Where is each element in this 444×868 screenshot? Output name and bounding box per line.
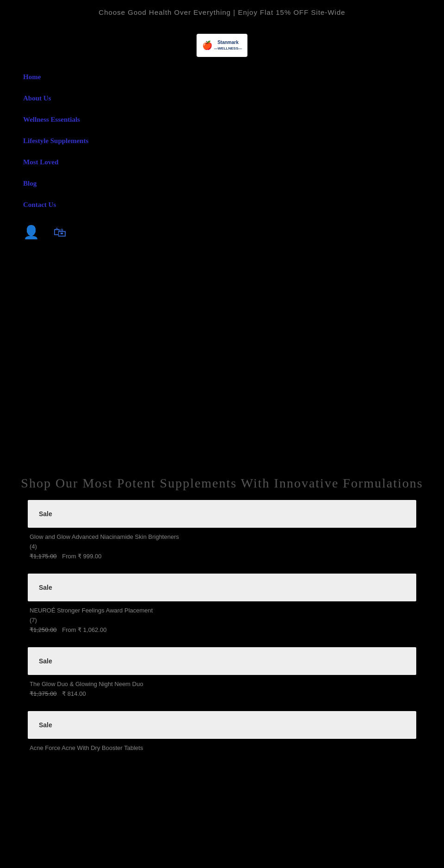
nav-link-wellness[interactable]: Wellness Essentials bbox=[23, 116, 80, 123]
sale-badge-3: Sale bbox=[39, 657, 52, 665]
price-from-label-2: From ₹ bbox=[62, 626, 81, 633]
product-image-3[interactable]: Sale bbox=[28, 647, 416, 675]
nav-item-most-loved[interactable]: Most Loved bbox=[23, 151, 421, 173]
top-banner: Choose Good Health Over Everything | Enj… bbox=[0, 0, 444, 25]
nav-item-home[interactable]: Home bbox=[23, 66, 421, 87]
nav-icons-row: 👤 🛍 bbox=[0, 220, 444, 249]
product-image-2[interactable]: Sale bbox=[28, 574, 416, 601]
product-price-3: ₹1,375.00 ₹ 814.00 bbox=[30, 690, 414, 697]
product-info-1: Glow and Glow Advanced Niacinamide Skin … bbox=[28, 528, 416, 560]
price-original-3: ₹1,375.00 bbox=[30, 690, 57, 697]
nav-link-contact[interactable]: Contact Us bbox=[23, 201, 56, 208]
product-info-4: Acne Force Acne With Dry Booster Tablets bbox=[28, 739, 416, 751]
price-sale-1: 999.00 bbox=[83, 553, 102, 560]
product-name-1: Glow and Glow Advanced Niacinamide Skin … bbox=[30, 533, 414, 540]
logo-area: Stanmark—WELLNESS— bbox=[0, 25, 444, 62]
product-price-2: ₹1,250.00 From ₹ 1,062.00 bbox=[30, 626, 414, 633]
product-name-4: Acne Force Acne With Dry Booster Tablets bbox=[30, 744, 414, 751]
product-info-3: The Glow Duo & Glowing Night Neem Duo ₹1… bbox=[28, 675, 416, 697]
price-sale-2: 1,062.00 bbox=[83, 626, 107, 633]
cart-icon[interactable]: 🛍 bbox=[53, 225, 66, 240]
product-name-3: The Glow Duo & Glowing Night Neem Duo bbox=[30, 681, 414, 687]
product-card-4: Sale Acne Force Acne With Dry Booster Ta… bbox=[28, 711, 416, 751]
sale-badge-4: Sale bbox=[39, 721, 52, 729]
nav-item-wellness[interactable]: Wellness Essentials bbox=[23, 109, 421, 130]
nav-link-about[interactable]: About Us bbox=[23, 94, 51, 102]
product-card-3: Sale The Glow Duo & Glowing Night Neem D… bbox=[28, 647, 416, 697]
product-rating-1: (4) bbox=[30, 543, 414, 550]
nav-item-blog[interactable]: Blog bbox=[23, 173, 421, 194]
products-area: Sale Glow and Glow Advanced Niacinamide … bbox=[0, 500, 444, 784]
nav-link-blog[interactable]: Blog bbox=[23, 180, 37, 187]
product-price-1: ₹1,175.00 From ₹ 999.00 bbox=[30, 553, 414, 560]
section-heading: Shop Our Most Potent Supplements With In… bbox=[0, 462, 444, 500]
hero-area bbox=[0, 249, 444, 462]
product-info-2: NEUROÉ Stronger Feelings Award Placement… bbox=[28, 601, 416, 633]
banner-text: Choose Good Health Over Everything | Enj… bbox=[99, 8, 345, 16]
nav-link-lifestyle[interactable]: Lifestyle Supplements bbox=[23, 137, 88, 144]
product-card-1: Sale Glow and Glow Advanced Niacinamide … bbox=[28, 500, 416, 560]
nav-item-about[interactable]: About Us bbox=[23, 87, 421, 109]
product-image-4[interactable]: Sale bbox=[28, 711, 416, 739]
main-nav: Home About Us Wellness Essentials Lifest… bbox=[0, 62, 444, 220]
product-card-2: Sale NEUROÉ Stronger Feelings Award Plac… bbox=[28, 574, 416, 633]
logo-text: Stanmark—WELLNESS— bbox=[214, 40, 242, 51]
product-image-1[interactable]: Sale bbox=[28, 500, 416, 528]
price-sale-3: 814.00 bbox=[68, 690, 86, 697]
sale-badge-2: Sale bbox=[39, 584, 52, 591]
product-name-2: NEUROÉ Stronger Feelings Award Placement bbox=[30, 607, 414, 614]
nav-item-contact[interactable]: Contact Us bbox=[23, 194, 421, 215]
nav-link-home[interactable]: Home bbox=[23, 73, 41, 81]
site-logo[interactable]: Stanmark—WELLNESS— bbox=[197, 34, 247, 57]
price-original-2: ₹1,250.00 bbox=[30, 626, 57, 633]
product-rating-2: (7) bbox=[30, 617, 414, 624]
nav-item-lifestyle[interactable]: Lifestyle Supplements bbox=[23, 130, 421, 151]
price-from-label-1: From ₹ bbox=[62, 553, 81, 560]
account-icon[interactable]: 👤 bbox=[23, 225, 39, 240]
nav-link-most-loved[interactable]: Most Loved bbox=[23, 158, 58, 166]
price-original-1: ₹1,175.00 bbox=[30, 553, 57, 560]
sale-badge-1: Sale bbox=[39, 510, 52, 518]
price-from-label-3: ₹ bbox=[62, 690, 66, 697]
